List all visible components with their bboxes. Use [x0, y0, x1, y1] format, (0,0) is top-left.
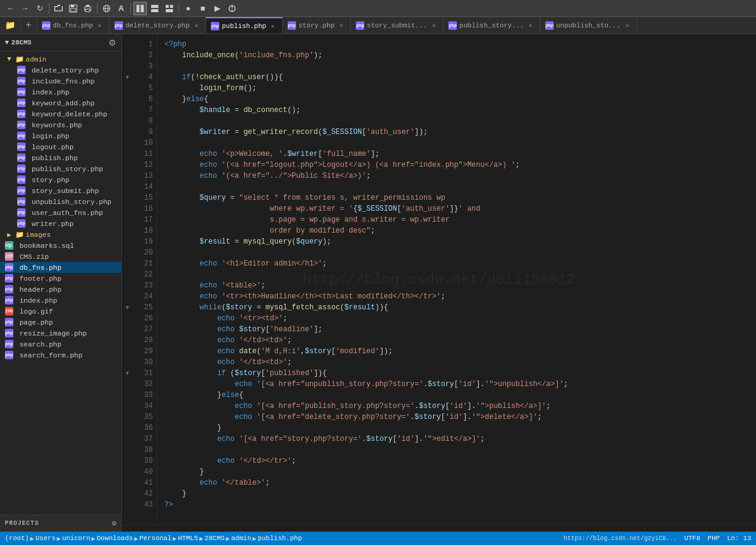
- fold-marker-16: [122, 203, 133, 214]
- sidebar-bottom-settings[interactable]: ⚙: [112, 519, 116, 528]
- tree-item-label: story_submit.php: [27, 187, 99, 195]
- tab-story[interactable]: php story.php ✕: [283, 17, 351, 33]
- sidebar-item-bookmarks-sql[interactable]: SQL bookmarks.sql: [0, 240, 121, 251]
- sidebar-item-index[interactable]: php index.php: [0, 295, 121, 306]
- sidebar-item-search-form[interactable]: php search_form.php: [0, 350, 121, 360]
- fold-marker-28: [122, 335, 133, 346]
- breadcrumb-users: Users: [35, 535, 55, 542]
- sidebar-item-footer[interactable]: php footer.php: [0, 273, 121, 284]
- php-icon: php: [17, 142, 26, 151]
- tab-close-button[interactable]: ✕: [192, 21, 200, 30]
- save-button[interactable]: [66, 2, 80, 15]
- tab-delete-story[interactable]: php delete_story.php ✕: [110, 17, 207, 33]
- sidebar-item-story-submit[interactable]: php story_submit.php: [0, 185, 121, 196]
- sidebar-item-include-fns[interactable]: php include_fns.php: [0, 76, 121, 86]
- php-icon: php: [17, 110, 26, 118]
- sidebar-item-header[interactable]: php header.php: [0, 284, 121, 295]
- fold-marker-25[interactable]: ▼: [122, 302, 133, 313]
- record-button[interactable]: ●: [182, 2, 195, 15]
- php-icon: php: [5, 340, 13, 348]
- tree-item-label: search.php: [15, 340, 62, 348]
- svg-rect-17: [151, 9, 158, 12]
- tab-close-button[interactable]: ✕: [526, 21, 535, 30]
- sidebar-item-keyword-delete[interactable]: php keyword_delete.php: [0, 108, 121, 119]
- svg-point-23: [231, 10, 233, 11]
- tree-item-label: index.php: [27, 88, 69, 96]
- sidebar-item-logout[interactable]: php logout.php: [0, 141, 121, 152]
- view-toggle-2[interactable]: [148, 2, 161, 15]
- sidebar-item-logo[interactable]: IMG logo.gif: [0, 306, 121, 317]
- svg-rect-9: [86, 5, 90, 7]
- toolbar: ← → ↻ A ● ■ ▶: [0, 0, 756, 17]
- php-icon: php: [115, 21, 123, 30]
- sidebar-item-writer[interactable]: php writer.php: [0, 218, 121, 229]
- tab-publish-story[interactable]: php publish_story... ✕: [443, 17, 540, 33]
- sidebar-item-publish-story[interactable]: php publish_story.php: [0, 163, 121, 174]
- fold-marker-12: [122, 160, 133, 171]
- tab-close-button[interactable]: ✕: [429, 21, 438, 30]
- globe-button[interactable]: [100, 2, 113, 15]
- fold-marker-26: [122, 313, 133, 324]
- tab-new[interactable]: +: [21, 17, 37, 33]
- encoding-label: UTF8: [684, 535, 700, 542]
- php-icon: php: [17, 132, 26, 140]
- view-toggle-3[interactable]: [163, 2, 176, 15]
- tab-unpublish-story[interactable]: php unpublish_sto... ✕: [540, 17, 637, 33]
- folder-open-icon: ▼: [5, 55, 13, 63]
- tab-close-button[interactable]: ✕: [269, 22, 277, 30]
- sidebar-item-db-fns[interactable]: php db_fns.php: [0, 262, 121, 273]
- open-button[interactable]: [52, 2, 65, 15]
- play-button[interactable]: ▶: [211, 2, 224, 15]
- refresh-button[interactable]: ↻: [33, 2, 46, 15]
- breadcrumb-root: (root): [5, 535, 29, 542]
- breadcrumb-sep-3: ▶: [91, 535, 96, 543]
- svg-rect-16: [151, 5, 158, 8]
- code-content[interactable]: <?php include_once('include_fns.php'); i…: [157, 34, 756, 524]
- sidebar-item-publish[interactable]: php publish.php: [0, 152, 121, 163]
- tree-item-label: index.php: [15, 297, 57, 304]
- tree-item-label: publish_story.php: [27, 165, 103, 173]
- sidebar-item-keywords[interactable]: php keywords.php: [0, 119, 121, 130]
- code-editor[interactable]: http://blog.csdn.net/u011156012 ▼: [122, 34, 756, 524]
- fold-marker-39: [122, 455, 133, 466]
- print-button[interactable]: [81, 2, 94, 15]
- svg-rect-7: [71, 9, 76, 12]
- sidebar-item-resize-image[interactable]: php resize_image.php: [0, 328, 121, 339]
- sidebar-item-unpublish-story[interactable]: php unpublish_story.php: [0, 196, 121, 207]
- sidebar-item-keyword-add[interactable]: php keyword_add.php: [0, 97, 121, 108]
- horizontal-scrollbar[interactable]: [122, 524, 756, 532]
- sidebar-item-login[interactable]: php login.php: [0, 130, 121, 141]
- sidebar-item-page[interactable]: php page.php: [0, 317, 121, 328]
- debug-button[interactable]: [225, 2, 239, 15]
- sidebar-settings-button[interactable]: ⚙: [108, 38, 116, 47]
- sidebar-item-images[interactable]: ▶ 📁 images: [0, 229, 121, 240]
- folder-icon: 📁: [5, 20, 15, 30]
- sidebar-item-delete-story[interactable]: php delete_story.php: [0, 65, 121, 76]
- tab-folder[interactable]: 📁: [0, 17, 21, 33]
- tab-publish[interactable]: php publish.php ✕: [206, 17, 283, 33]
- sidebar-header: ▼ 28CMS ⚙: [0, 34, 121, 51]
- stop-button[interactable]: ■: [196, 2, 210, 15]
- sidebar-item-cms-zip[interactable]: ZIP CMS.zip: [0, 251, 121, 262]
- tab-close-button[interactable]: ✕: [337, 21, 345, 30]
- tab-db-fns[interactable]: php db_fns.php ✕: [37, 17, 110, 33]
- back-button[interactable]: ←: [4, 2, 17, 15]
- fold-marker-31[interactable]: ▼: [122, 368, 133, 379]
- tab-close-button[interactable]: ✕: [623, 21, 632, 30]
- sidebar-item-user-auth-fns[interactable]: php user_auth_fns.php: [0, 207, 121, 218]
- breadcrumb-sep-5: ▶: [173, 535, 177, 543]
- tab-story-submit[interactable]: php story_submit... ✕: [351, 17, 443, 33]
- php-icon: php: [356, 21, 364, 30]
- view-toggle-1[interactable]: [133, 2, 147, 15]
- sql-icon: SQL: [5, 241, 13, 250]
- sidebar-item-search[interactable]: php search.php: [0, 339, 121, 350]
- sidebar-item-index-admin[interactable]: php index.php: [0, 86, 121, 97]
- text-button[interactable]: A: [115, 2, 128, 15]
- sidebar-item-story[interactable]: php story.php: [0, 174, 121, 185]
- forward-button[interactable]: →: [18, 2, 32, 15]
- sidebar-item-admin[interactable]: ▼ 📁 admin: [0, 54, 121, 65]
- php-icon: php: [17, 197, 26, 206]
- fold-marker-4[interactable]: ▼: [122, 72, 133, 83]
- tree-item-label: logout.php: [27, 143, 74, 151]
- tab-close-button[interactable]: ✕: [96, 21, 104, 30]
